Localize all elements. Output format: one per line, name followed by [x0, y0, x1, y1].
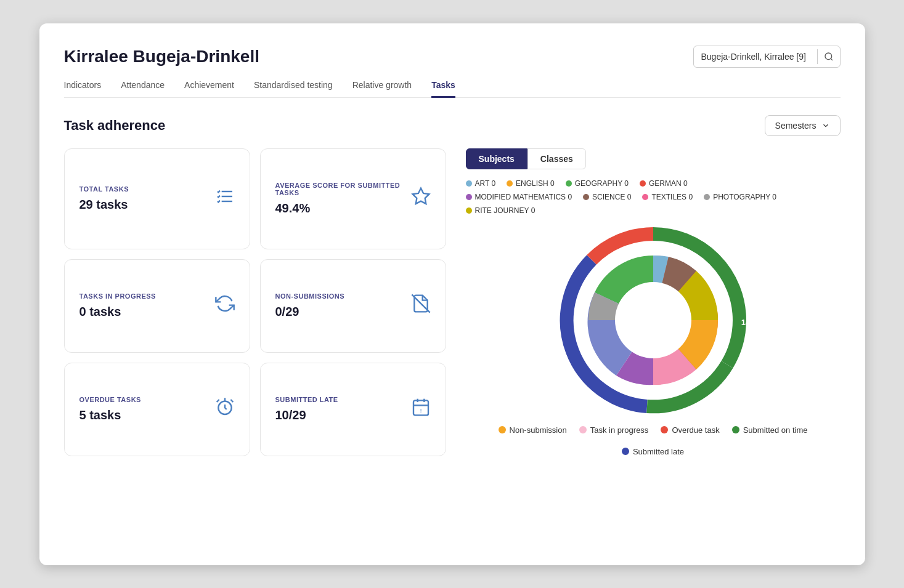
bottom-label-overdue: Overdue task — [672, 425, 719, 435]
outer-label-right: 14 — [741, 318, 750, 327]
legend-label-art: ART 0 — [475, 179, 496, 188]
chevron-down-icon — [821, 121, 830, 130]
legend-dot-geography — [566, 180, 572, 187]
legend-dot-german — [640, 180, 646, 187]
legend-label-english: ENGLISH 0 — [516, 179, 555, 188]
chart-area: 5 14 10 — [466, 225, 841, 416]
legend-row-1: ART 0 ENGLISH 0 GEOGRAPHY 0 GERMAN 0 — [466, 179, 841, 188]
main-content: TOTAL TASKS 29 tasks AVERAGE SCORE FOR S… — [64, 148, 841, 456]
stat-card-overdue: OVERDUE TASKS 5 tasks — [64, 363, 250, 456]
stat-value-in-progress: 0 tasks — [79, 305, 156, 319]
bottom-legend-in-progress: Task in progress — [579, 425, 649, 435]
stat-card-content: OVERDUE TASKS 5 tasks — [79, 396, 141, 422]
stat-card-content: TASKS IN PROGRESS 0 tasks — [79, 292, 156, 319]
stat-label-total-tasks: TOTAL TASKS — [79, 185, 129, 193]
donut-chart: 5 14 10 — [542, 225, 764, 416]
legend-label-photography: PHOTOGRAPHY 0 — [713, 193, 776, 201]
svg-line-1 — [831, 58, 833, 60]
legend-science: SCIENCE 0 — [583, 193, 631, 201]
stat-card-total-tasks: TOTAL TASKS 29 tasks — [64, 148, 250, 249]
search-input[interactable] — [694, 52, 817, 62]
toggle-subjects-button[interactable]: Subjects — [466, 148, 527, 169]
header: Kirralee Bugeja-Drinkell — [64, 46, 841, 68]
bottom-label-in-progress: Task in progress — [590, 425, 649, 435]
svg-marker-5 — [412, 188, 429, 204]
legend-art: ART 0 — [466, 179, 496, 188]
bottom-dot-submitted-late — [622, 448, 629, 455]
stat-value-non-submissions: 0/29 — [275, 305, 345, 319]
stat-card-in-progress: TASKS IN PROGRESS 0 tasks — [64, 259, 250, 353]
legend-dot-science — [583, 194, 589, 200]
bottom-legend-overdue: Overdue task — [661, 425, 719, 435]
legend-row-2: MODIFIED MATHEMATICS 0 SCIENCE 0 TEXTILE… — [466, 193, 841, 201]
section-header: Task adherence Semesters — [64, 115, 841, 136]
tab-tasks[interactable]: Tasks — [431, 80, 455, 98]
chart-panel: Subjects Classes ART 0 ENGLISH 0 — [466, 148, 841, 456]
legend-photography: PHOTOGRAPHY 0 — [704, 193, 776, 201]
legend-mod-math: MODIFIED MATHEMATICS 0 — [466, 193, 572, 201]
star-icon — [411, 187, 431, 211]
calendar-icon: ! — [411, 397, 431, 421]
tab-attendance[interactable]: Attendance — [121, 80, 165, 98]
stat-value-submitted-late: 10/29 — [275, 408, 338, 422]
legend-dot-art — [466, 180, 472, 187]
outer-label-left: 10 — [557, 357, 566, 366]
search-button[interactable] — [818, 52, 840, 62]
semesters-filter-button[interactable]: Semesters — [765, 115, 841, 136]
legend-rite-journey: RITE JOURNEY 0 — [466, 206, 535, 215]
stat-card-non-submissions: NON-SUBMISSIONS 0/29 — [260, 259, 446, 353]
stat-label-in-progress: TASKS IN PROGRESS — [79, 292, 156, 300]
stat-label-overdue: OVERDUE TASKS — [79, 396, 141, 403]
main-window: Kirralee Bugeja-Drinkell Indicators Atte… — [39, 23, 865, 565]
stat-card-avg-score: AVERAGE SCORE FOR SUBMITTED TASKS 49.4% — [260, 148, 446, 249]
stat-card-content: TOTAL TASKS 29 tasks — [79, 185, 129, 212]
svg-line-8 — [216, 400, 219, 402]
bottom-legend-non-submission: Non-submission — [499, 425, 567, 435]
bottom-legend-on-time: Submitted on time — [732, 425, 808, 435]
search-box — [693, 46, 841, 68]
stat-label-non-submissions: NON-SUBMISSIONS — [275, 292, 345, 300]
alarm-icon — [215, 397, 235, 421]
refresh-icon — [215, 294, 235, 318]
semesters-label: Semesters — [775, 121, 816, 131]
bottom-legend-submitted-late: Submitted late — [622, 447, 684, 456]
tab-achievement[interactable]: Achievement — [184, 80, 234, 98]
svg-point-16 — [615, 282, 691, 358]
toggle-classes-button[interactable]: Classes — [527, 148, 586, 169]
bottom-dot-overdue — [661, 426, 668, 433]
stat-label-avg-score: AVERAGE SCORE FOR SUBMITTED TASKS — [275, 182, 411, 196]
section-title: Task adherence — [64, 118, 166, 134]
list-icon — [215, 187, 235, 211]
stat-value-total-tasks: 29 tasks — [79, 198, 129, 212]
svg-line-9 — [230, 400, 233, 402]
bottom-dot-in-progress — [579, 426, 587, 433]
stat-card-submitted-late: SUBMITTED LATE 10/29 ! — [260, 363, 446, 456]
stat-card-content: SUBMITTED LATE 10/29 — [275, 396, 338, 422]
stat-value-avg-score: 49.4% — [275, 201, 411, 215]
legend-dot-mod-math — [466, 194, 472, 200]
legend-textiles: TEXTILES 0 — [642, 193, 693, 201]
legend-dot-rite-journey — [466, 207, 472, 214]
legend-german: GERMAN 0 — [640, 179, 688, 188]
subject-legend: ART 0 ENGLISH 0 GEOGRAPHY 0 GERMAN 0 — [466, 179, 841, 215]
stats-grid: TOTAL TASKS 29 tasks AVERAGE SCORE FOR S… — [64, 148, 446, 456]
bottom-label-submitted-late: Submitted late — [633, 447, 684, 456]
nav-tabs: Indicators Attendance Achievement Standa… — [64, 80, 841, 98]
legend-dot-english — [507, 180, 513, 187]
legend-row-3: RITE JOURNEY 0 — [466, 206, 841, 215]
bottom-label-non-submission: Non-submission — [510, 425, 567, 435]
legend-label-mod-math: MODIFIED MATHEMATICS 0 — [475, 193, 572, 201]
legend-label-german: GERMAN 0 — [649, 179, 688, 188]
tab-indicators[interactable]: Indicators — [64, 80, 102, 98]
legend-dot-photography — [704, 194, 710, 200]
outer-label-top: 5 — [659, 240, 664, 249]
subject-toggle: Subjects Classes — [466, 148, 841, 169]
bottom-legend: Non-submission Task in progress Overdue … — [466, 425, 841, 456]
search-icon — [824, 52, 834, 62]
stat-label-submitted-late: SUBMITTED LATE — [275, 396, 338, 403]
tab-relative-growth[interactable]: Relative growth — [352, 80, 412, 98]
legend-dot-textiles — [642, 194, 648, 200]
stat-card-content: NON-SUBMISSIONS 0/29 — [275, 292, 345, 319]
bottom-dot-non-submission — [499, 426, 506, 433]
tab-standardised-testing[interactable]: Standardised testing — [254, 80, 333, 98]
